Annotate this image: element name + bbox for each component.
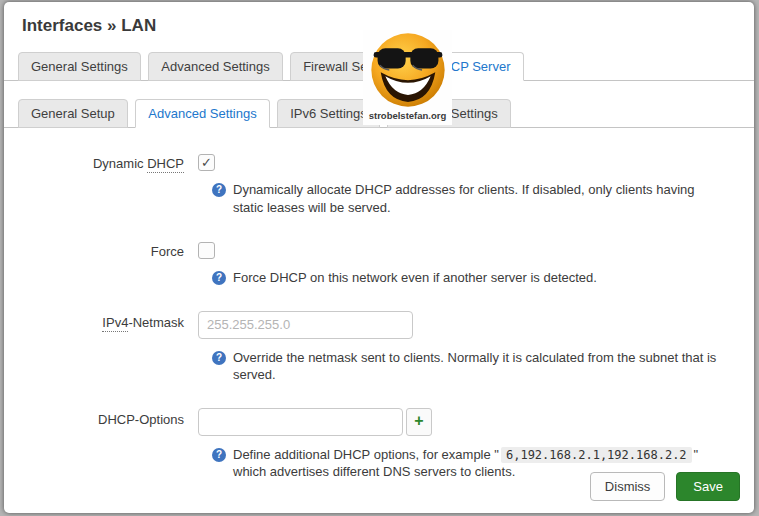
field-ipv4-netmask: IPv4-Netmask ? Override the netmask sent…	[4, 311, 754, 384]
force-help-text: Force DHCP on this network even if anoth…	[233, 269, 597, 287]
ipv4-netmask-input[interactable]	[198, 311, 413, 339]
force-help: ? Force DHCP on this network even if ano…	[212, 269, 720, 287]
dhcp-options-example-code: 6,192.168.2.1,192.168.2.2	[501, 447, 692, 463]
ipv4-netmask-help-text: Override the netmask sent to clients. No…	[233, 349, 720, 384]
force-checkbox[interactable]	[198, 242, 215, 259]
dialog-actions: Dismiss Save	[590, 472, 740, 501]
field-dynamic-dhcp: Dynamic DHCP ✓ ? Dynamically allocate DH…	[4, 152, 754, 216]
add-option-button[interactable]: +	[406, 408, 432, 436]
watermark-caption: strobelstefan.org	[369, 110, 447, 121]
dhcp-advanced-form: Dynamic DHCP ✓ ? Dynamically allocate DH…	[4, 152, 754, 481]
help-icon: ?	[212, 351, 226, 365]
help-icon: ?	[212, 448, 226, 462]
field-force: Force ? Force DHCP on this network even …	[4, 240, 754, 287]
ipv4-netmask-help: ? Override the netmask sent to clients. …	[212, 349, 720, 384]
field-dhcp-options: DHCP-Options + ? Define additional DHCP …	[4, 408, 754, 481]
sunglasses-smiley-icon	[369, 31, 447, 109]
tab-general-settings[interactable]: General Settings	[18, 52, 141, 81]
dismiss-button[interactable]: Dismiss	[590, 472, 666, 501]
dynamic-dhcp-help-text: Dynamically allocate DHCP addresses for …	[233, 181, 720, 216]
save-button[interactable]: Save	[676, 472, 740, 501]
dynamic-dhcp-help: ? Dynamically allocate DHCP addresses fo…	[212, 181, 720, 216]
watermark-overlay: strobelstefan.org	[363, 30, 452, 125]
dynamic-dhcp-checkbox[interactable]: ✓	[198, 154, 215, 171]
help-icon: ?	[212, 183, 226, 197]
force-label: Force	[4, 240, 198, 259]
tab-advanced-settings-sub[interactable]: Advanced Settings	[135, 99, 269, 128]
dynamic-dhcp-label: Dynamic DHCP	[4, 152, 198, 171]
dhcp-options-label: DHCP-Options	[4, 408, 198, 427]
dhcp-options-input[interactable]	[198, 408, 403, 436]
tab-advanced-settings[interactable]: Advanced Settings	[148, 52, 282, 81]
ipv4-netmask-label: IPv4-Netmask	[4, 311, 198, 330]
help-icon: ?	[212, 271, 226, 285]
tab-general-setup[interactable]: General Setup	[18, 99, 128, 128]
